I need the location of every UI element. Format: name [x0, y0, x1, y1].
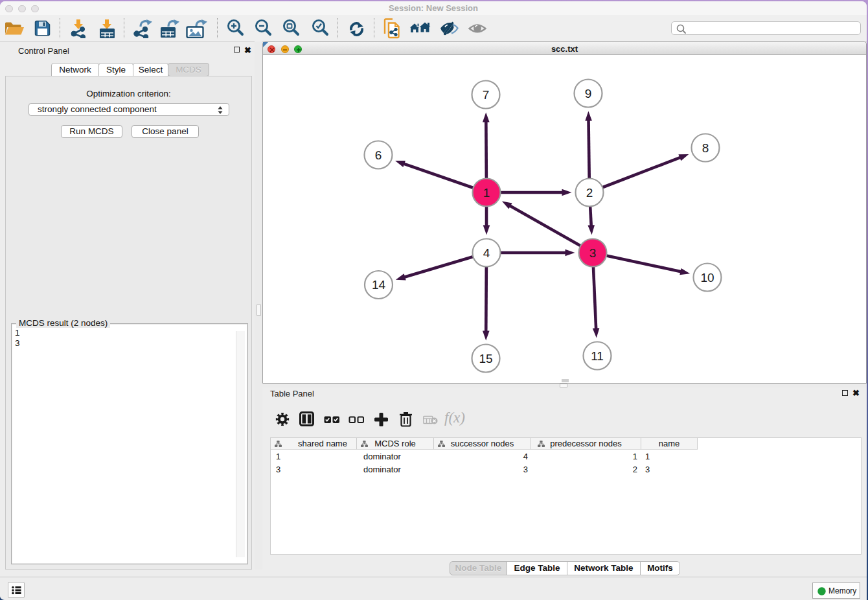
- svg-text:3: 3: [589, 246, 597, 260]
- svg-text:2: 2: [586, 186, 593, 200]
- svg-text:11: 11: [591, 349, 604, 363]
- svg-text:8: 8: [702, 141, 709, 155]
- svg-text:14: 14: [372, 278, 386, 292]
- svg-text:9: 9: [585, 87, 592, 100]
- svg-text:1: 1: [483, 186, 490, 200]
- svg-text:15: 15: [479, 352, 492, 365]
- svg-text:4: 4: [483, 246, 490, 260]
- svg-text:6: 6: [375, 148, 382, 162]
- svg-text:10: 10: [700, 271, 714, 284]
- svg-text:7: 7: [483, 88, 490, 102]
